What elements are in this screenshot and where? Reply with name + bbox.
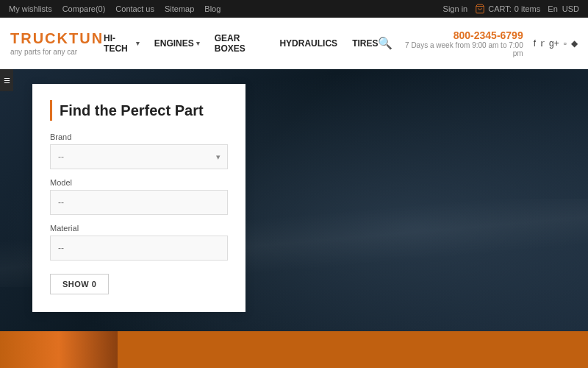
nav-hitech-label: HI-TECH — [104, 33, 134, 54]
card-accent-bar — [50, 100, 52, 121]
nav-engines[interactable]: ENGINES ▾ — [154, 38, 200, 49]
cart-area[interactable]: CART: 0 items — [475, 4, 540, 14]
teaser-image — [0, 331, 118, 368]
instagram-icon[interactable]: ▫ — [564, 38, 567, 49]
logo-area: TRUCKTUN any parts for any car — [10, 30, 104, 56]
phone-number: 800-2345-6799 — [403, 29, 523, 41]
topbar-right: Sign in CART: 0 items En USD — [443, 4, 579, 14]
model-label: Model — [50, 178, 228, 187]
card-title: Find the Perfect Part — [60, 102, 204, 119]
currency-selector[interactable]: USD — [562, 4, 579, 13]
model-input[interactable] — [50, 190, 228, 215]
lang-currency: En USD — [548, 4, 579, 13]
search-icon[interactable]: 🔍 — [378, 36, 392, 50]
nav-engines-arrow: ▾ — [196, 40, 200, 47]
material-group: Material — [50, 224, 228, 261]
social-icons: f 𝕣 g+ ▫ ◆ — [534, 38, 578, 49]
nav-tires-label: TIRES — [352, 38, 378, 49]
sitemap-link[interactable]: Sitemap — [165, 4, 194, 13]
logo-subtitle: any parts for any car — [10, 48, 104, 56]
material-input[interactable] — [50, 236, 228, 261]
facebook-icon[interactable]: f — [534, 38, 536, 49]
material-label: Material — [50, 224, 228, 233]
main-nav: HI-TECH ▾ ENGINES ▾ GEAR BOXES HYDRAULIC… — [104, 33, 378, 54]
cart-label: CART: — [488, 4, 512, 13]
header: TRUCKTUN any parts for any car HI-TECH ▾… — [0, 18, 588, 69]
sidebar-toggle[interactable]: ☰ — [0, 69, 13, 91]
logo[interactable]: TRUCKTUN — [10, 30, 104, 47]
bottom-teaser — [0, 331, 588, 368]
nav-gearboxes-label: GEAR BOXES — [215, 33, 265, 54]
brand-select[interactable]: -- — [50, 144, 228, 169]
nav-hydraulics[interactable]: HYDRAULICS — [279, 38, 337, 49]
topbar: My wishlists Compare(0) Contact us Sitem… — [0, 0, 588, 18]
blog-link[interactable]: Blog — [204, 4, 220, 13]
card-title-wrapper: Find the Perfect Part — [50, 100, 228, 121]
nav-hydraulics-label: HYDRAULICS — [279, 38, 337, 49]
pinterest-icon[interactable]: ◆ — [571, 38, 578, 49]
phone-area: 800-2345-6799 7 Days a week from 9:00 am… — [403, 29, 523, 57]
phone-hours: 7 Days a week from 9:00 am to 7:00 pm — [403, 41, 523, 57]
compare-link[interactable]: Compare(0) — [62, 4, 106, 13]
nav-engines-label: ENGINES — [154, 38, 194, 49]
topbar-links: My wishlists Compare(0) Contact us Sitem… — [9, 4, 220, 13]
cart-count: 0 items — [514, 4, 540, 13]
contact-link[interactable]: Contact us — [115, 4, 154, 13]
signin-link[interactable]: Sign in — [443, 4, 468, 13]
twitter-icon[interactable]: 𝕣 — [540, 38, 545, 49]
hero-section: Find the Perfect Part Brand -- Model Mat… — [0, 69, 588, 331]
nav-gearboxes[interactable]: GEAR BOXES — [215, 33, 265, 54]
header-right: 🔍 800-2345-6799 7 Days a week from 9:00 … — [378, 29, 578, 57]
show-button[interactable]: SHOW 0 — [50, 274, 109, 294]
brand-select-wrapper: -- — [50, 144, 228, 169]
brand-group: Brand -- — [50, 132, 228, 169]
language-selector[interactable]: En — [548, 4, 557, 13]
googleplus-icon[interactable]: g+ — [549, 38, 559, 49]
nav-hitech[interactable]: HI-TECH ▾ — [104, 33, 140, 54]
wishlist-link[interactable]: My wishlists — [9, 4, 52, 13]
search-card: Find the Perfect Part Brand -- Model Mat… — [32, 84, 245, 312]
nav-hitech-arrow: ▾ — [136, 40, 140, 47]
cart-icon — [475, 4, 485, 14]
brand-label: Brand — [50, 132, 228, 141]
model-group: Model — [50, 178, 228, 215]
nav-tires[interactable]: TIRES — [352, 38, 378, 49]
